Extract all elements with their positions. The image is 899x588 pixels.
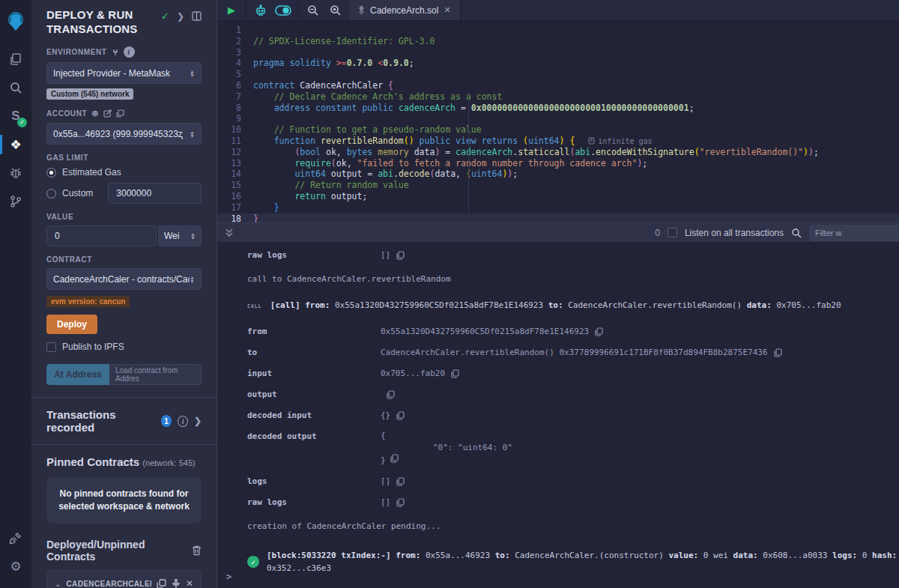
terminal-row-label: decoded output [247,430,381,467]
code-line: 6contract CadenceArchCaler { [217,80,899,91]
copy-icon[interactable] [774,348,782,357]
remix-logo-icon[interactable] [0,4,31,39]
line-number: 13 [217,158,253,169]
copy-icon[interactable] [396,477,405,486]
deploy-run-icon[interactable]: ❖ [0,130,31,159]
environment-select[interactable]: Injected Provider - MetaMask ▲▼ [46,62,202,84]
value-label: VALUE [46,213,202,221]
call-tag: call [247,300,261,313]
plugin-manager-icon[interactable] [0,524,31,552]
copy-icon[interactable] [387,390,395,399]
terminal-call-row[interactable]: call[call] from: 0x55a1320D432759960C5Df… [247,299,899,313]
terminal-header: 0 Listen on all transactions Filter w [217,222,899,242]
terminal-filter-input[interactable]: Filter w [809,225,899,241]
copy-icon[interactable] [396,411,405,420]
custom-gas-input[interactable]: 3000000 [108,183,202,204]
clear-contracts-trash-icon[interactable] [192,545,202,556]
line-number: 7 [217,91,253,103]
terminal-row-value: [] [381,475,405,488]
zoom-out-icon[interactable] [303,4,322,16]
terminal-row-value: {} [381,409,405,422]
line-number: 3 [217,47,253,58]
copy-icon[interactable] [595,327,603,336]
terminal-block-row[interactable]: ✓[block:5033220 txIndex:-] from: 0x55a..… [247,549,899,575]
close-tab-icon[interactable]: ✕ [444,5,450,15]
copy-icon[interactable] [396,251,405,260]
copy-account-icon[interactable] [116,109,124,118]
terminal-search-icon[interactable] [791,228,802,238]
value-unit-select[interactable]: Wei ▲▼ [158,225,202,246]
terminal-row-label: raw logs [247,496,381,509]
sign-message-icon[interactable] [103,109,112,118]
copy-icon[interactable] [451,369,459,378]
value-input[interactable]: 0 [46,225,157,246]
run-script-play-icon[interactable]: ▶ [222,4,241,16]
collapse-chevron-icon[interactable]: ⌄ [55,580,61,588]
copy-icon[interactable] [390,454,399,463]
terminal-prompt[interactable]: > [226,572,231,582]
terminal-kv-row: decoded input{} [247,409,899,422]
listen-all-checkbox[interactable] [668,228,677,237]
ai-assistant-robot-icon[interactable] [251,4,270,16]
chevron-right-icon[interactable]: ❯ [194,416,202,426]
code-line: 1 [217,25,899,36]
environment-info-icon[interactable]: i [124,46,135,58]
listen-all-label: Listen on all transactions [685,228,784,238]
pin-icon[interactable] [172,579,181,588]
tab-cadencearch-sol[interactable]: CadenceArch.sol ✕ [349,0,461,20]
network-badge: Custom (545) network [46,88,133,100]
code-lines: 12// SPDX-License-Identifier: GPL-3.034p… [217,25,899,222]
environment-label: ENVIRONMENT i [46,46,202,58]
terminal-row-value: 0x705...fab20 [381,367,459,380]
terminal-row-label: input [247,367,381,380]
estimated-gas-radio[interactable]: Estimated Gas [46,167,202,178]
account-label: ACCOUNT ⊕ [46,109,202,118]
terminal-kv-row: decoded output{"0": "uint64: 0"} [247,430,899,467]
plug-small-icon[interactable] [112,49,119,56]
deployed-contract-card: ⌄ CADENCEARCHCALER AT 0) ✕ Balance: 0 ET… [46,570,202,588]
contract-instance-title[interactable]: CADENCEARCHCALER AT 0) [66,580,151,588]
publish-ipfs-checkbox[interactable] [46,342,56,352]
tx-info-icon[interactable]: i [178,416,188,427]
pinned-empty-message: No pinned contracts found for selected w… [46,477,202,524]
code-editor[interactable]: 12// SPDX-License-Identifier: GPL-3.034p… [217,21,899,222]
pinned-contracts-title: Pinned Contracts (network: 545) [46,445,202,468]
account-select[interactable]: 0x55a...46923 (999.999945323ʐ ▲▼ [46,123,202,145]
success-check-icon: ✓ [247,556,259,568]
solidity-compiler-icon[interactable]: S ✓ [0,102,31,130]
contract-select[interactable]: CadenceArchCaler - contracts/Cac ▲▼ [46,268,202,290]
zoom-in-icon[interactable] [325,4,345,16]
terminal-kv-row: input0x705...fab20 [247,367,899,380]
terminal-text-row: creation of CadenceArchCaler pending... [247,521,899,533]
settings-gear-icon[interactable]: ⚙ [0,552,31,581]
deploy-button[interactable]: Deploy [46,315,97,334]
copy-icon[interactable] [396,498,405,507]
git-icon[interactable] [0,187,31,216]
panel-forward-icon[interactable]: ❯ [177,11,184,22]
terminal-row-label: logs [247,475,381,488]
debugger-icon[interactable] [0,159,31,187]
env-ok-check-icon: ✓ [161,10,169,22]
custom-gas-radio[interactable]: Custom 3000000 [46,183,202,204]
transactions-recorded-row[interactable]: Transactions recorded 1 i ❯ [46,398,202,444]
remove-instance-icon[interactable]: ✕ [186,578,193,588]
split-view-icon[interactable] [192,11,202,21]
copy-address-icon[interactable] [157,579,166,588]
add-account-icon[interactable]: ⊕ [91,109,99,118]
terminal-kv-row: output [247,388,899,401]
at-address-input[interactable]: Load contract from Addres [109,364,202,385]
terminal-row-value [381,388,395,401]
deploy-run-panel: DEPLOY & RUN TRANSACTIONS ✓ ❯ ENVIRONMEN… [31,0,217,588]
search-icon[interactable] [0,73,31,102]
terminal-row-label: decoded input [247,409,381,422]
copilot-toggle-icon[interactable] [273,5,293,16]
terminal-kv-row: from0x55a1320D432759960C5Df0215a8dF78e1E… [247,325,899,338]
file-explorer-icon[interactable] [0,45,31,73]
publish-ipfs-row[interactable]: Publish to IPFS [46,342,202,352]
expand-terminal-chevrons-icon[interactable] [225,228,234,238]
solidity-file-icon [358,5,365,15]
line-number: 9 [217,113,253,124]
at-address-button[interactable]: At Address [46,364,109,385]
terminal-row-label: raw logs [247,249,381,261]
code-line: 13 require(ok, "failed to fetch a random… [217,158,899,169]
